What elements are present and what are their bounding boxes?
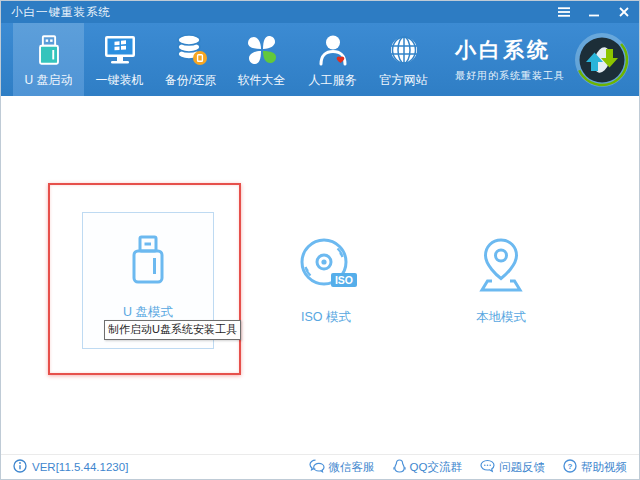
nav-tab-website[interactable]: 官方网站 bbox=[368, 23, 439, 96]
svg-text:?: ? bbox=[568, 462, 573, 471]
monitor-windows-icon bbox=[101, 31, 139, 69]
help-video-link[interactable]: ? 帮助视频 bbox=[563, 459, 627, 475]
nav-tab-label: 一键装机 bbox=[96, 72, 144, 89]
person-heart-icon bbox=[314, 31, 352, 69]
help-circle-icon: ? bbox=[563, 459, 577, 475]
nav-tab-label: 备份/还原 bbox=[165, 72, 216, 89]
qq-group-link[interactable]: QQ交流群 bbox=[393, 459, 462, 475]
nav-tab-one-click-install[interactable]: 一键装机 bbox=[84, 23, 155, 96]
usb-drive-icon bbox=[30, 31, 68, 69]
location-pin-icon bbox=[469, 233, 533, 301]
iso-disc-icon: ISO bbox=[293, 233, 359, 301]
nav-tab-label: 软件大全 bbox=[238, 72, 286, 89]
app-window: 小白一键重装系统 U 盘 bbox=[0, 0, 640, 480]
usb-stick-icon bbox=[116, 228, 180, 296]
local-mode-item[interactable]: 本地模式 bbox=[441, 233, 561, 326]
brand-tagline: 最好用的系统重装工具 bbox=[455, 69, 565, 83]
feedback-link[interactable]: 问题反馈 bbox=[480, 459, 545, 475]
nav-tab-label: 官方网站 bbox=[380, 72, 428, 89]
wechat-link-label: 微信客服 bbox=[329, 460, 375, 475]
usb-mode-label: U 盘模式 bbox=[123, 304, 173, 321]
status-bar: VER[11.5.44.1230] 微信客服 bbox=[1, 454, 639, 479]
version-text: VER[11.5.44.1230] bbox=[32, 461, 128, 473]
qq-link-label: QQ交流群 bbox=[410, 460, 462, 475]
feedback-link-label: 问题反馈 bbox=[499, 460, 545, 475]
close-button[interactable] bbox=[617, 7, 631, 17]
title-bar: 小白一键重装系统 bbox=[1, 1, 639, 23]
nav-tab-support[interactable]: 人工服务 bbox=[297, 23, 368, 96]
wechat-icon bbox=[309, 459, 325, 475]
nav-tab-label: U 盘启动 bbox=[25, 72, 73, 89]
nav-tab-backup-restore[interactable]: 备份/还原 bbox=[155, 23, 226, 96]
minimize-button[interactable] bbox=[587, 7, 601, 17]
help-link-label: 帮助视频 bbox=[581, 460, 627, 475]
iso-badge: ISO bbox=[335, 274, 353, 286]
brand: 小白系统 最好用的系统重装工具 bbox=[455, 23, 631, 96]
nav-tab-usb-boot[interactable]: U 盘启动 bbox=[13, 23, 84, 96]
brand-name: 小白系统 bbox=[455, 36, 565, 64]
info-icon bbox=[13, 459, 27, 475]
iso-mode-item[interactable]: ISO ISO 模式 bbox=[266, 233, 386, 326]
main-area: U 盘模式 制作启动U盘系统安装工具 ISO bbox=[1, 96, 639, 456]
globe-icon bbox=[385, 31, 423, 69]
menu-icon[interactable] bbox=[557, 7, 571, 17]
local-mode-label: 本地模式 bbox=[476, 309, 526, 326]
feedback-bubble-icon bbox=[480, 459, 495, 475]
clover-apps-icon bbox=[243, 31, 281, 69]
window-title: 小白一键重装系统 bbox=[11, 5, 111, 20]
sync-arrows-logo-icon bbox=[573, 31, 631, 89]
database-backup-icon bbox=[172, 31, 210, 69]
usb-mode-tooltip: 制作启动U盘系统安装工具 bbox=[104, 320, 241, 340]
nav-tab-label: 人工服务 bbox=[309, 72, 357, 89]
qq-icon bbox=[393, 459, 406, 475]
iso-mode-label: ISO 模式 bbox=[301, 309, 351, 326]
nav-tab-software[interactable]: 软件大全 bbox=[226, 23, 297, 96]
wechat-support-link[interactable]: 微信客服 bbox=[309, 459, 375, 475]
